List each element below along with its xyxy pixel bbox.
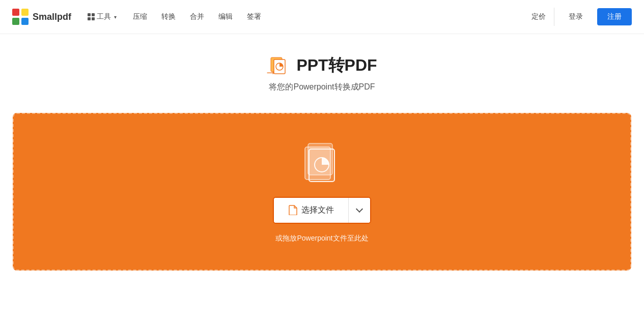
logo-icon <box>12 9 29 25</box>
register-button[interactable]: 注册 <box>597 8 632 25</box>
page-title: PPT转PDF <box>296 54 377 77</box>
file-icon <box>288 205 297 215</box>
logo[interactable]: Smallpdf <box>12 9 71 25</box>
upload-file-icon <box>302 141 343 187</box>
chevron-down-icon <box>356 205 363 213</box>
svg-rect-3 <box>21 18 29 25</box>
nav-edit[interactable]: 编辑 <box>218 12 233 21</box>
ppt-pdf-icon: ⟶ <box>267 54 289 77</box>
header-divider <box>554 8 554 26</box>
svg-rect-0 <box>12 9 19 16</box>
nav-merge[interactable]: 合并 <box>190 12 204 21</box>
upload-area[interactable]: 选择文件 或拖放Powerpoint文件至此处 <box>13 113 631 271</box>
login-button[interactable]: 登录 <box>563 9 589 24</box>
drop-hint: 或拖放Powerpoint文件至此处 <box>275 234 368 243</box>
nav-sign[interactable]: 签署 <box>247 12 261 21</box>
page-title-section: ⟶ PPT转PDF 将您的Powerpoint转换成PDF <box>267 54 377 93</box>
nav-links: 压缩 转换 合并 编辑 签署 <box>133 12 261 21</box>
svg-rect-2 <box>12 18 19 25</box>
page-subtitle: 将您的Powerpoint转换成PDF <box>269 82 375 93</box>
choose-file-dropdown-button[interactable] <box>349 198 370 223</box>
tools-label: 工具 <box>97 12 111 21</box>
tools-chevron: ▾ <box>114 14 117 20</box>
svg-rect-10 <box>309 149 334 182</box>
svg-rect-1 <box>21 9 29 16</box>
title-row: ⟶ PPT转PDF <box>267 54 377 77</box>
nav-compress[interactable]: 压缩 <box>133 12 147 21</box>
tools-menu-button[interactable]: 工具 ▾ <box>83 9 121 24</box>
logo-text: Smallpdf <box>33 12 71 22</box>
choose-file-button[interactable]: 选择文件 <box>274 198 348 223</box>
choose-file-container: 选择文件 <box>273 197 371 224</box>
header-right: 定价 登录 注册 <box>531 8 632 26</box>
grid-icon <box>88 13 95 20</box>
choose-file-label: 选择文件 <box>301 205 334 216</box>
pricing-link[interactable]: 定价 <box>531 12 546 21</box>
header-left: Smallpdf 工具 ▾ 压缩 转换 合并 编辑 签署 <box>12 9 261 25</box>
header: Smallpdf 工具 ▾ 压缩 转换 合并 编辑 签署 定价 登录 注册 <box>0 0 644 34</box>
nav-tools: 工具 ▾ <box>83 9 121 24</box>
main-content: ⟶ PPT转PDF 将您的Powerpoint转换成PDF <box>0 34 644 271</box>
svg-text:⟶: ⟶ <box>267 70 274 76</box>
nav-convert[interactable]: 转换 <box>161 12 176 21</box>
